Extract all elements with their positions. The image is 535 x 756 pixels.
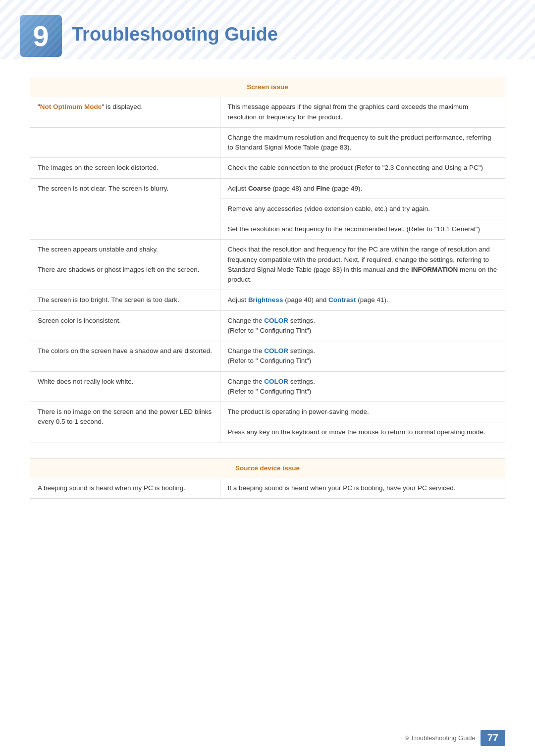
page-footer: 9 Troubleshooting Guide 77 <box>405 730 505 746</box>
source-issue-header: Source device issue <box>30 458 505 478</box>
table-row: The images on the screen look distorted.… <box>30 158 505 178</box>
solution-cell: Adjust Brightness (page 40) and Contrast… <box>220 290 505 310</box>
issue-cell: The images on the screen look distorted. <box>30 158 220 178</box>
page-title: Troubleshooting Guide <box>72 15 278 45</box>
solution-cell: The product is operating in power-saving… <box>220 402 505 422</box>
table-row: Change the maximum resolution and freque… <box>30 127 505 158</box>
solution-cell: Change the COLOR settings. (Refer to " C… <box>220 310 505 341</box>
emphasis-text: COLOR <box>264 378 288 385</box>
page-header: 9 Troubleshooting Guide <box>0 0 535 77</box>
issue-cell: White does not really look white. <box>30 371 220 402</box>
emphasis-text: Coarse <box>248 185 271 192</box>
chapter-number: 9 <box>33 22 49 50</box>
solution-cell: Remove any accessories (video extension … <box>220 199 505 219</box>
solution-cell: If a beeping sound is heard when your PC… <box>220 478 505 499</box>
table-row: The screen is not clear. The screen is b… <box>30 178 505 199</box>
table-row: There is no image on the screen and the … <box>30 402 505 422</box>
issue-cell: The colors on the screen have a shadow a… <box>30 341 220 372</box>
solution-cell: Change the maximum resolution and freque… <box>220 127 505 158</box>
emphasis-text: COLOR <box>264 347 288 354</box>
emphasis-text: Contrast <box>328 296 356 303</box>
table-row: Screen color is inconsistent. Change the… <box>30 310 505 341</box>
solution-cell: Change the COLOR settings. (Refer to " C… <box>220 371 505 402</box>
table-row: A beeping sound is heard when my PC is b… <box>30 478 505 499</box>
solution-cell: Change the COLOR settings. (Refer to " C… <box>220 341 505 372</box>
issue-cell: The screen is too bright. The screen is … <box>30 290 220 310</box>
issue-cell: A beeping sound is heard when my PC is b… <box>30 478 220 499</box>
issue-cell: Screen color is inconsistent. <box>30 310 220 341</box>
emphasis-text: INFORMATION <box>411 266 458 273</box>
issue-cell: The screen is not clear. The screen is b… <box>30 178 220 240</box>
solution-cell: Adjust Coarse (page 48) and Fine (page 4… <box>220 178 505 199</box>
emphasis-text: COLOR <box>264 317 288 324</box>
footer-chapter-text: 9 Troubleshooting Guide <box>405 734 476 742</box>
table-row: The screen appears unstable and shaky. T… <box>30 240 505 290</box>
table-row: The colors on the screen have a shadow a… <box>30 341 505 372</box>
solution-cell: Check the cable connection to the produc… <box>220 158 505 178</box>
emphasis-text: Fine <box>316 185 330 192</box>
emphasis-text: Brightness <box>248 296 283 303</box>
source-issue-table: Source device issue A beeping sound is h… <box>30 458 505 499</box>
solution-cell: Check that the resolution and frequency … <box>220 240 505 290</box>
issue-cell: There is no image on the screen and the … <box>30 402 220 443</box>
chapter-badge: 9 <box>20 15 62 57</box>
solution-cell: This message appears if the signal from … <box>220 97 505 127</box>
solution-cell: Set the resolution and frequency to the … <box>220 219 505 240</box>
screen-issue-header: Screen issue <box>30 77 505 98</box>
screen-issue-table: Screen issue "Not Optimum Mode" is displ… <box>30 77 505 443</box>
page-number: 77 <box>481 730 505 746</box>
emphasis-text: Not Optimum Mode <box>40 103 102 110</box>
table-row: White does not really look white. Change… <box>30 371 505 402</box>
table-row: The screen is too bright. The screen is … <box>30 290 505 310</box>
table-row: "Not Optimum Mode" is displayed. This me… <box>30 97 505 127</box>
issue-cell-empty <box>30 127 220 158</box>
issue-cell: "Not Optimum Mode" is displayed. <box>30 97 220 127</box>
main-content: Screen issue "Not Optimum Mode" is displ… <box>0 77 535 543</box>
solution-cell: Press any key on the keyboard or move th… <box>220 422 505 443</box>
issue-cell: The screen appears unstable and shaky. T… <box>30 240 220 290</box>
